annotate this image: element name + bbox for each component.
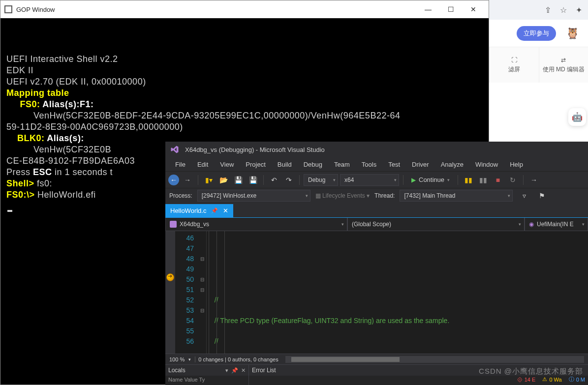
filter-icon: ⛶ (511, 57, 517, 63)
extensions-icon[interactable]: ✦ (576, 5, 582, 15)
md-editor-tool[interactable]: ⇄ 使用 MD 编辑器 (539, 47, 588, 83)
thread-dropdown[interactable]: [7432] Main Thread (400, 190, 513, 202)
pin-icon[interactable]: 📌 (231, 367, 238, 374)
tool-label: 滤屏 (508, 65, 520, 74)
menu-tools[interactable]: Tools (356, 159, 382, 170)
window-controls: — ☐ ✕ (417, 1, 485, 17)
vs-window: X64dbg_vs (Debugging) - Microsoft Visual… (165, 142, 588, 385)
share-icon[interactable]: ⇪ (545, 5, 551, 15)
console-text: VenHw(5CF32E0B (33, 145, 111, 154)
fold-gutter[interactable]: ⊟ ⊟⊟ ⊟ (198, 231, 207, 354)
new-item-button[interactable]: ▮▾ (202, 174, 215, 186)
menu-debug[interactable]: Debug (298, 159, 328, 170)
console-text: Alias(s):F1: (40, 99, 94, 109)
stop-button[interactable]: ■ (492, 174, 504, 186)
vs-bottom-panels: Locals ▾📌✕ Name Value Ty Error List ⮾ 14… (165, 364, 588, 385)
gop-titlebar: GOP Window — ☐ ✕ (0, 0, 489, 18)
platform-dropdown[interactable]: x64 (340, 174, 399, 186)
console-text: in 1 seconds t (52, 167, 113, 177)
filter-icon[interactable]: ▿ (518, 189, 530, 202)
menu-view[interactable]: View (214, 159, 240, 170)
warning-count-badge[interactable]: ⚠ 0 Wa (542, 376, 561, 383)
menu-file[interactable]: File (169, 159, 191, 170)
zoom-level[interactable]: 100 % (169, 356, 185, 362)
dropdown-icon[interactable]: ▾ (225, 367, 228, 374)
error-list-panel[interactable]: Error List ⮾ 14 E ⚠ 0 Wa ⓘ 0 M (249, 365, 588, 385)
menu-team[interactable]: Team (328, 159, 356, 170)
errorlist-title: Error List (252, 367, 276, 374)
owl-icon[interactable]: 🦉 (566, 27, 579, 40)
vs-logo-icon (170, 145, 179, 154)
nav-back-button[interactable]: ← (168, 175, 179, 185)
vs-toolbar: ← → ▮▾ 📂 💾 💾 ↶ ↷ Debug x64 ▶ Continue ▾ … (165, 171, 588, 188)
save-button[interactable]: 💾 (232, 174, 245, 186)
menu-project[interactable]: Project (240, 159, 271, 170)
breakpoint-current-icon[interactable] (166, 273, 174, 281)
nav-function-dropdown[interactable]: ◉ UefiMain(IN E (525, 218, 588, 231)
break-all-button[interactable]: ▮▮ (462, 174, 475, 186)
nav-forward-button[interactable]: → (181, 174, 194, 186)
gop-app-icon (4, 5, 12, 13)
redo-button[interactable]: ↷ (282, 174, 295, 186)
code-area[interactable]: // // Three PCD type (FeatureFlag, UINT3… (207, 231, 588, 354)
console-line: EDK II (6, 65, 483, 76)
pause-button[interactable]: ▮▮ (477, 174, 490, 186)
menu-edit[interactable]: Edit (191, 159, 214, 170)
star-icon[interactable]: ☆ (560, 5, 567, 15)
swap-icon: ⇄ (561, 57, 566, 63)
menu-test[interactable]: Test (382, 159, 406, 170)
menu-build[interactable]: Build (272, 159, 298, 170)
bot-badge[interactable]: 🤖 (568, 108, 586, 126)
maximize-button[interactable]: ☐ (439, 1, 462, 17)
undo-button[interactable]: ↶ (268, 174, 280, 186)
project-icon (170, 221, 177, 228)
config-dropdown[interactable]: Debug (304, 174, 338, 186)
lifecycle-events[interactable]: ▦ Lifecycle Events ▾ (315, 192, 370, 199)
console-label: BLK0: (17, 133, 45, 143)
locals-panel[interactable]: Locals ▾📌✕ Name Value Ty (165, 365, 249, 385)
vs-tabstrip: HelloWorld.c 📌 ✕ (165, 203, 588, 217)
browser-toolbar: ⇪ ☆ ✦ (489, 0, 588, 20)
join-button[interactable]: 立即参与 (517, 26, 556, 41)
restart-button[interactable]: ↻ (506, 174, 519, 186)
breakpoint-gutter[interactable] (165, 231, 175, 354)
cursor (7, 210, 12, 212)
thread-label: Thread: (374, 192, 395, 199)
filter-screen-tool[interactable]: ⛶ 滤屏 (489, 47, 539, 83)
nav-project-dropdown[interactable]: X64dbg_vs (165, 218, 347, 231)
menu-help[interactable]: Help (504, 159, 529, 170)
close-tab-icon[interactable]: ✕ (223, 207, 228, 214)
shell-command: HelloWorld.efi (35, 190, 96, 200)
file-tab-helloworld[interactable]: HelloWorld.c 📌 ✕ (165, 204, 233, 217)
continue-button[interactable]: ▶ Continue ▾ (407, 175, 454, 184)
console-label: FS0: (20, 99, 40, 109)
line-numbers: 4647484950515253545556 (175, 231, 198, 354)
close-icon[interactable]: ✕ (241, 367, 246, 374)
shell-prompt: Shell> (6, 178, 34, 188)
play-icon: ▶ (411, 177, 416, 183)
horizontal-scrollbar[interactable] (285, 356, 584, 363)
console-text: Alias(s): (45, 133, 84, 143)
nav-scope-dropdown[interactable]: (Global Scope) (347, 218, 525, 231)
console-text: Press (6, 167, 33, 177)
changes-info: 0 changes | 0 authors, 0 changes (195, 356, 278, 362)
menu-window[interactable]: Window (469, 159, 504, 170)
process-dropdown[interactable]: [29472] WinHost.exe (197, 190, 310, 202)
nav-scope-label: (Global Scope) (352, 221, 391, 228)
error-count-badge[interactable]: ⮾ 14 E (517, 377, 536, 383)
function-icon: ◉ (529, 221, 534, 228)
console-label: Mapping table (6, 88, 69, 98)
step-button[interactable]: → (527, 174, 540, 186)
console-line: UEFI v2.70 (EDK II, 0x00010000) (6, 76, 483, 88)
save-all-button[interactable]: 💾 (247, 174, 259, 186)
minimize-button[interactable]: — (417, 1, 439, 17)
vs-editor[interactable]: 4647484950515253545556 ⊟ ⊟⊟ ⊟ // // Thre… (165, 231, 588, 354)
pin-icon[interactable]: 📌 (211, 207, 218, 214)
message-count-badge[interactable]: ⓘ 0 M (569, 376, 585, 383)
menu-driver[interactable]: Driver (406, 159, 435, 170)
open-folder-button[interactable]: 📂 (217, 174, 230, 186)
menu-analyze[interactable]: Analyze (435, 159, 469, 170)
close-button[interactable]: ✕ (462, 1, 485, 17)
browser-header: 立即参与 🦉 (489, 20, 588, 47)
flag-icon[interactable]: ⚑ (535, 189, 548, 202)
